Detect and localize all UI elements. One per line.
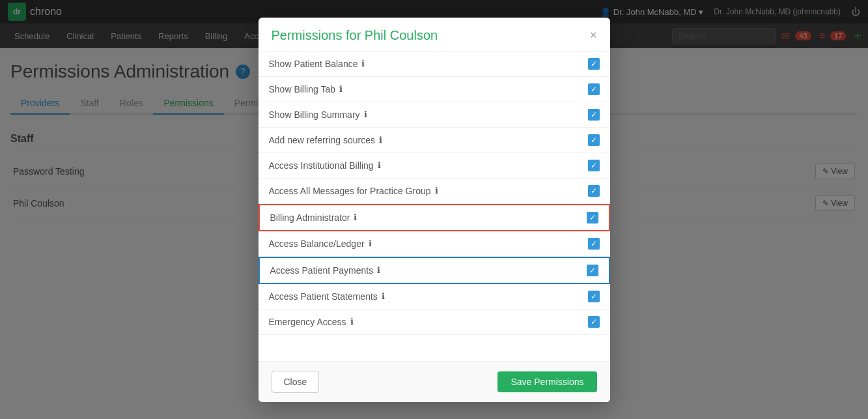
info-icon-5[interactable]: ℹ	[378, 160, 381, 170]
perm-label-access-institutional-billing: Access Institutional Billing ℹ	[269, 160, 381, 171]
modal-title: Permissions for Phil Coulson	[272, 28, 438, 43]
checkbox-add-referring-sources[interactable]: ✓	[588, 134, 600, 146]
checkbox-access-all-messages[interactable]: ✓	[588, 185, 600, 197]
perm-access-institutional-billing: Access Institutional Billing ℹ ✓	[259, 153, 610, 179]
perm-label-show-patient-balance: Show Patient Balance ℹ	[269, 59, 365, 69]
perm-show-patient-balance: Show Patient Balance ℹ ✓	[259, 51, 610, 77]
perm-label-access-all-messages: Access All Messages for Practice Group ℹ	[269, 186, 438, 196]
perm-label-add-referring-sources: Add new referring sources ℹ	[269, 135, 382, 145]
checkbox-access-institutional-billing[interactable]: ✓	[588, 160, 600, 171]
perm-show-billing-tab: Show Billing Tab ℹ ✓	[259, 77, 610, 102]
info-icon-4[interactable]: ℹ	[379, 135, 382, 145]
permissions-modal: Permissions for Phil Coulson × Show Pati…	[259, 18, 610, 233]
info-icon-1[interactable]: ℹ	[361, 59, 365, 68]
perm-label-show-billing-tab: Show Billing Tab ℹ	[269, 84, 343, 94]
info-icon-7[interactable]: ℹ	[354, 212, 357, 222]
perm-label-show-billing-summary: Show Billing Summary ℹ	[269, 109, 367, 120]
info-icon-3[interactable]: ℹ	[364, 109, 367, 119]
perm-billing-administrator: Billing Administrator ℹ ✓	[259, 204, 610, 231]
perm-access-balance-ledger: Access Balance/Ledger ℹ ✓	[259, 231, 610, 233]
modal-body: Show Patient Balance ℹ ✓ Show Billing Ta…	[259, 51, 610, 233]
perm-show-billing-summary: Show Billing Summary ℹ ✓	[259, 102, 610, 128]
checkbox-billing-administrator[interactable]: ✓	[587, 212, 598, 224]
modal-overlay: Permissions for Phil Coulson × Show Pati…	[0, 0, 868, 233]
checkbox-show-billing-tab[interactable]: ✓	[588, 83, 600, 95]
checkbox-show-patient-balance[interactable]: ✓	[588, 58, 600, 70]
modal-close-button[interactable]: ×	[590, 29, 597, 42]
info-icon-2[interactable]: ℹ	[339, 84, 343, 94]
perm-access-all-messages: Access All Messages for Practice Group ℹ…	[259, 179, 610, 204]
checkbox-show-billing-summary[interactable]: ✓	[588, 109, 600, 121]
modal-header: Permissions for Phil Coulson ×	[259, 18, 610, 51]
info-icon-6[interactable]: ℹ	[435, 186, 438, 195]
perm-add-referring-sources: Add new referring sources ℹ ✓	[259, 128, 610, 153]
perm-label-billing-administrator: Billing Administrator ℹ	[270, 212, 357, 223]
